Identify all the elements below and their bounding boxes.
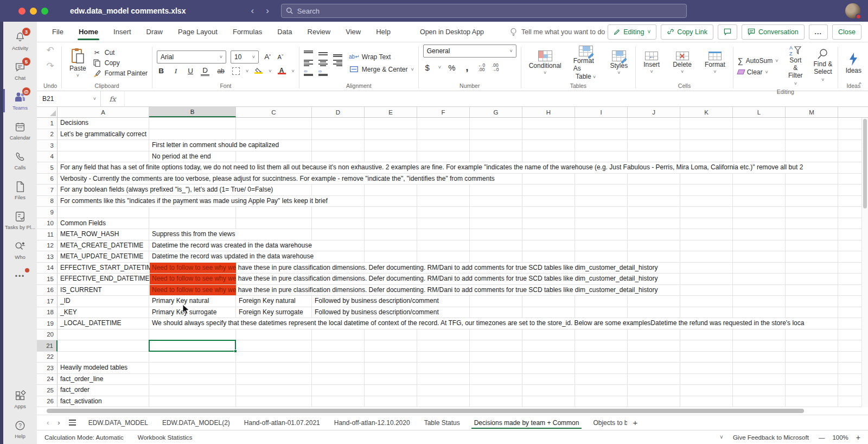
grid-cell-K8[interactable] bbox=[680, 196, 733, 207]
grid-cell-E7[interactable] bbox=[365, 185, 417, 195]
grid-cell-D13[interactable] bbox=[312, 251, 365, 262]
grid-cell-G17[interactable] bbox=[470, 296, 522, 307]
grid-cell-K15[interactable] bbox=[680, 274, 733, 284]
grid-cell-E2[interactable] bbox=[365, 129, 417, 140]
grid-cell-J25[interactable] bbox=[628, 385, 680, 396]
grid-cell-L25[interactable] bbox=[733, 385, 786, 396]
grid-cell-D23[interactable] bbox=[312, 363, 365, 373]
sidebar-item-tasks[interactable]: Tasks by Pl... bbox=[3, 205, 37, 235]
grid-cell-G8[interactable] bbox=[470, 196, 522, 207]
grid-cell-I4[interactable] bbox=[575, 151, 628, 162]
grid-cell-K6[interactable] bbox=[680, 174, 733, 185]
grid-cell-M24[interactable] bbox=[786, 374, 838, 385]
grid-cell-M25[interactable] bbox=[786, 385, 838, 396]
row-header-15[interactable]: 15 bbox=[37, 274, 58, 285]
grid-cell-I24[interactable] bbox=[575, 374, 628, 385]
grid-cell-B25[interactable] bbox=[149, 385, 236, 396]
grid-cell-M14[interactable] bbox=[786, 263, 838, 274]
grid-cell-L7[interactable] bbox=[733, 185, 786, 195]
comma-format-button[interactable]: , bbox=[463, 61, 471, 73]
grid-cell-I11[interactable] bbox=[575, 229, 628, 240]
undo-button[interactable]: ↶ bbox=[46, 45, 54, 56]
cell-styles-button[interactable]: Styles ˅ bbox=[607, 49, 631, 77]
grid-cell-I3[interactable] bbox=[575, 140, 628, 151]
grid-cell-G22[interactable] bbox=[470, 352, 522, 363]
grid-cell-K7[interactable] bbox=[680, 185, 733, 195]
grid-cell-F1[interactable] bbox=[417, 118, 470, 129]
ribbon-tab-page-layout[interactable]: Page Layout bbox=[170, 22, 225, 42]
grid-cell-B26[interactable] bbox=[149, 396, 236, 407]
grid-cell-G24[interactable] bbox=[470, 374, 522, 385]
open-in-desktop-button[interactable]: Open in Desktop App bbox=[420, 28, 484, 36]
grid-cell-C24[interactable] bbox=[236, 374, 312, 385]
grid-cell-I20[interactable] bbox=[575, 329, 628, 340]
grid-cell-H25[interactable] bbox=[522, 385, 575, 396]
grid-cell-K13[interactable] bbox=[680, 251, 733, 262]
row-header-20[interactable]: 20 bbox=[37, 329, 58, 341]
grid-cell-D24[interactable] bbox=[312, 374, 365, 385]
grid-cell-C23[interactable] bbox=[236, 363, 312, 373]
grid-cell-L2[interactable] bbox=[733, 129, 786, 140]
search-input[interactable] bbox=[297, 7, 682, 15]
grid-cell-M15[interactable] bbox=[786, 274, 838, 284]
row-header-25[interactable]: 25 bbox=[37, 385, 58, 396]
grid-cell-G21[interactable] bbox=[470, 340, 522, 351]
grid-cell-F9[interactable] bbox=[417, 207, 470, 218]
row-header-17[interactable]: 17 bbox=[37, 296, 58, 307]
insert-cells-button[interactable]: ← Insert ˅ bbox=[640, 50, 663, 75]
grid-cell-L16[interactable] bbox=[733, 285, 786, 296]
borders-button[interactable] bbox=[232, 67, 240, 75]
grid-cell-E21[interactable] bbox=[365, 340, 417, 351]
grid-cell-G2[interactable] bbox=[470, 129, 522, 140]
window-zoom-button[interactable] bbox=[41, 8, 48, 15]
nav-forward-icon[interactable]: › bbox=[266, 5, 269, 16]
grid-cell-K10[interactable] bbox=[680, 218, 733, 229]
grid-cell-K18[interactable] bbox=[680, 307, 733, 318]
grid-cell-H22[interactable] bbox=[522, 352, 575, 363]
grid-cell-I23[interactable] bbox=[575, 363, 628, 373]
grid-cell-E24[interactable] bbox=[365, 374, 417, 385]
grid-cell-K26[interactable] bbox=[680, 396, 733, 407]
decrease-indent-button[interactable]: ⇦ bbox=[304, 69, 313, 76]
sidebar-item-more[interactable]: ••• bbox=[3, 265, 37, 288]
grid-cell-K4[interactable] bbox=[680, 151, 733, 162]
sidebar-item-files[interactable]: Files bbox=[3, 175, 37, 205]
double-underline-button[interactable]: D bbox=[201, 66, 209, 76]
grid-cell-F3[interactable] bbox=[417, 140, 470, 151]
grid-cell-C22[interactable] bbox=[236, 352, 312, 363]
ribbon-tab-insert[interactable]: Insert bbox=[106, 22, 139, 42]
grid-cell-M21[interactable] bbox=[786, 340, 838, 351]
avatar[interactable] bbox=[845, 3, 860, 18]
grid-cell-I13[interactable] bbox=[575, 251, 628, 262]
sidebar-item-teams[interactable]: Teams@ bbox=[3, 86, 37, 116]
grid-cell-F11[interactable] bbox=[417, 229, 470, 240]
grid-cell-C20[interactable] bbox=[236, 329, 312, 340]
grid-cell-L13[interactable] bbox=[733, 251, 786, 262]
name-box[interactable]: B21 ˅ bbox=[37, 91, 101, 106]
format-cells-button[interactable]: Format ˅ bbox=[701, 50, 729, 75]
sidebar-item-who[interactable]: Who bbox=[3, 235, 37, 265]
grid-cell-I8[interactable] bbox=[575, 196, 628, 207]
grid-cell-K12[interactable] bbox=[680, 240, 733, 251]
sheet-tab[interactable]: Hand-off-atlan-01.07.2021 bbox=[237, 415, 327, 430]
grid-cell-M10[interactable] bbox=[786, 218, 838, 229]
row-header-8[interactable]: 8 bbox=[37, 196, 58, 207]
grid-cell-H8[interactable] bbox=[522, 196, 575, 207]
grid-cell-K25[interactable] bbox=[680, 385, 733, 396]
grid-cell-D7[interactable] bbox=[312, 185, 365, 195]
grid-cell-G20[interactable] bbox=[470, 329, 522, 340]
bold-button[interactable]: B bbox=[157, 67, 165, 75]
column-header-J[interactable]: J bbox=[628, 107, 680, 117]
row-header-14[interactable]: 14 bbox=[37, 263, 58, 274]
fill-color-button[interactable] bbox=[254, 68, 263, 74]
ideas-button[interactable]: Ideas bbox=[843, 51, 865, 75]
currency-dropdown-icon[interactable]: ˅ bbox=[438, 65, 441, 70]
grid-cell-C2[interactable] bbox=[236, 129, 312, 140]
close-workbook-button[interactable]: Close bbox=[832, 24, 861, 40]
search-bar[interactable] bbox=[281, 4, 687, 18]
grid-cell-F12[interactable] bbox=[417, 240, 470, 251]
column-header-B[interactable]: B bbox=[149, 107, 236, 117]
grid-cell-F23[interactable] bbox=[417, 363, 470, 373]
grid-cell-M16[interactable] bbox=[786, 285, 838, 296]
sidebar-item-activity[interactable]: Activity3 bbox=[3, 26, 37, 56]
